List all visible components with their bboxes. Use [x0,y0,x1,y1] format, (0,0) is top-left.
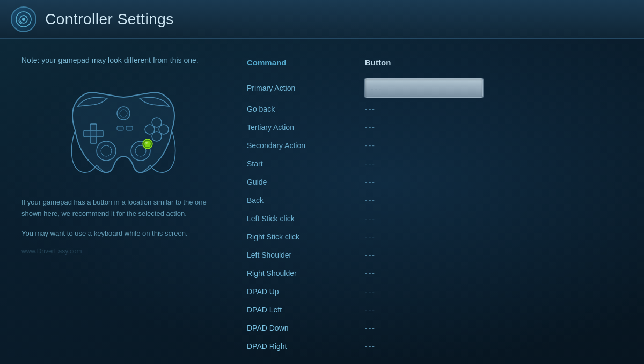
main-content: Note: your gamepad may look different fr… [0,39,644,364]
table-row: Secondary Action--- [247,136,623,155]
button-input-box[interactable]: --- [365,78,483,98]
svg-rect-16 [117,126,123,130]
steam-logo [11,6,36,32]
svg-rect-4 [84,130,103,137]
command-name: DPAD Left [247,305,365,314]
table-row: Right Shoulder--- [247,264,623,282]
table-row: DPAD Up--- [247,282,623,301]
button-input-value: --- [371,84,383,92]
command-name: DPAD Right [247,342,365,351]
command-name: Right Stick click [247,232,365,241]
column-command-header: Command [247,58,365,67]
button-value: --- [365,269,376,278]
button-value: --- [365,305,376,314]
table-row[interactable]: Primary Action--- [247,76,623,100]
watermark-text: www.DriverEasy.com [21,247,225,255]
command-name: Tertiary Action [247,123,365,132]
button-value: --- [365,287,376,296]
table-row: Right Stick click--- [247,228,623,246]
table-row: Go back--- [247,100,623,118]
svg-point-15 [145,125,155,134]
command-name: Start [247,159,365,168]
command-name: Secondary Action [247,141,365,150]
button-value: --- [365,232,376,241]
command-name: Primary Action [247,84,365,92]
svg-point-6 [101,145,112,156]
table-row: Start--- [247,155,623,173]
gamepad-illustration [43,77,204,184]
info-text-2: You may want to use a keyboard while on … [21,228,225,239]
note-text: Note: your gamepad may look different fr… [21,55,225,66]
svg-point-2 [22,18,25,21]
table-row: Guide--- [247,173,623,191]
button-value: --- [365,214,376,223]
button-value: --- [365,342,376,351]
command-name: DPAD Down [247,324,365,332]
button-value: --- [365,105,376,113]
svg-rect-17 [126,126,133,130]
table-header: Command Button [247,55,623,74]
right-panel: Command Button Primary Action---Go back-… [247,49,623,353]
button-value: --- [365,196,376,205]
info-text-1: If your gamepad has a button in a locati… [21,197,225,220]
button-value: --- [365,159,376,168]
table-row: DPAD Left--- [247,301,623,319]
svg-point-19 [120,110,127,117]
command-name: Back [247,196,365,205]
table-row: Back--- [247,191,623,209]
button-value: --- [365,251,376,259]
svg-point-11 [145,142,148,144]
command-name: Left Shoulder [247,251,365,259]
command-table: Primary Action---Go back---Tertiary Acti… [247,76,623,355]
command-name: Left Stick click [247,214,365,223]
left-panel: Note: your gamepad may look different fr… [21,49,225,353]
page-title: Controller Settings [45,11,174,28]
table-row: Tertiary Action--- [247,118,623,136]
command-name: DPAD Up [247,287,365,296]
table-row: DPAD Down--- [247,319,623,337]
command-name: Go back [247,105,365,113]
button-value: --- [365,178,376,186]
command-name: Right Shoulder [247,269,365,278]
column-button-header: Button [365,58,391,67]
table-row: Left Shoulder--- [247,246,623,264]
svg-point-10 [144,141,151,147]
button-value: --- [365,324,376,332]
button-value: --- [365,141,376,150]
button-value: --- [365,123,376,132]
table-row: Left Stick click--- [247,209,623,228]
command-name: Guide [247,178,365,186]
header: Controller Settings [0,0,644,39]
table-row: DPAD Right--- [247,337,623,355]
